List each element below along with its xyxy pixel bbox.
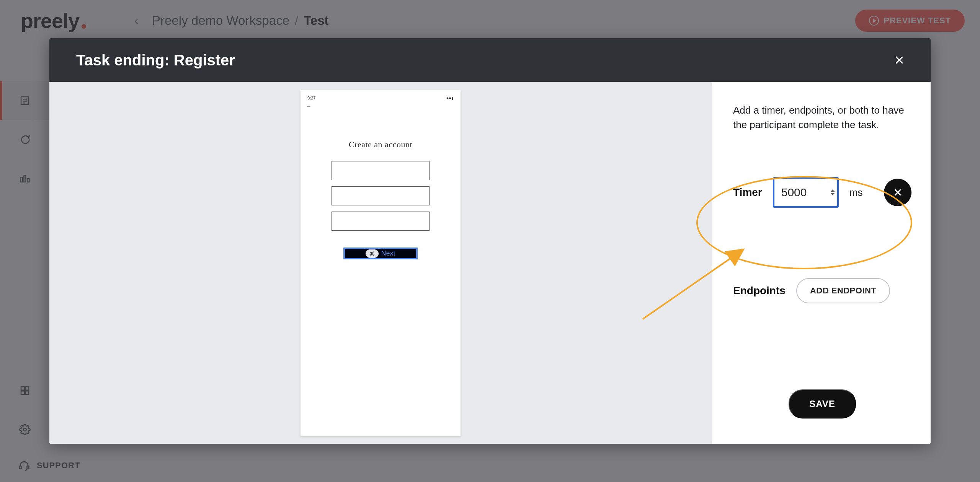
timer-label: Timer	[733, 186, 762, 199]
phone-input-1	[332, 161, 430, 180]
phone-status-icons: ●●▮	[446, 96, 454, 101]
timer-stepper[interactable]	[830, 189, 835, 195]
phone-next-button: ⌘ Next	[343, 248, 418, 259]
save-button[interactable]: SAVE	[789, 389, 856, 418]
phone-mockup: 9:27 ●●▮ ← Create an account ⌘ Next	[301, 90, 461, 436]
phone-next-label: Next	[381, 249, 395, 257]
add-endpoint-button[interactable]: ADD ENDPOINT	[796, 278, 890, 303]
close-button[interactable]	[890, 51, 908, 69]
remove-timer-button[interactable]	[884, 179, 911, 206]
close-icon	[893, 54, 905, 66]
phone-time: 9:27	[307, 96, 315, 101]
link-icon: ⌘	[366, 249, 379, 258]
endpoints-row: Endpoints ADD ENDPOINT	[733, 278, 911, 303]
task-ending-modal: Task ending: Register 9:27 ●●▮ ← Create …	[49, 38, 931, 444]
timer-unit: ms	[849, 187, 863, 199]
close-icon	[893, 187, 903, 197]
modal-title: Task ending: Register	[76, 52, 235, 69]
preview-pane: 9:27 ●●▮ ← Create an account ⌘ Next	[49, 82, 712, 444]
timer-row: Timer ms	[733, 177, 911, 208]
phone-back-icon: ←	[307, 104, 456, 109]
modal-overlay: Task ending: Register 9:27 ●●▮ ← Create …	[0, 0, 980, 482]
phone-heading: Create an account	[305, 140, 456, 150]
settings-description: Add a timer, endpoints, or both to have …	[733, 103, 911, 132]
timer-input[interactable]	[773, 177, 839, 208]
modal-header: Task ending: Register	[49, 38, 931, 82]
phone-input-2	[332, 186, 430, 205]
phone-input-3	[332, 212, 430, 231]
settings-pane: Add a timer, endpoints, or both to have …	[712, 82, 931, 444]
endpoints-label: Endpoints	[733, 285, 786, 297]
